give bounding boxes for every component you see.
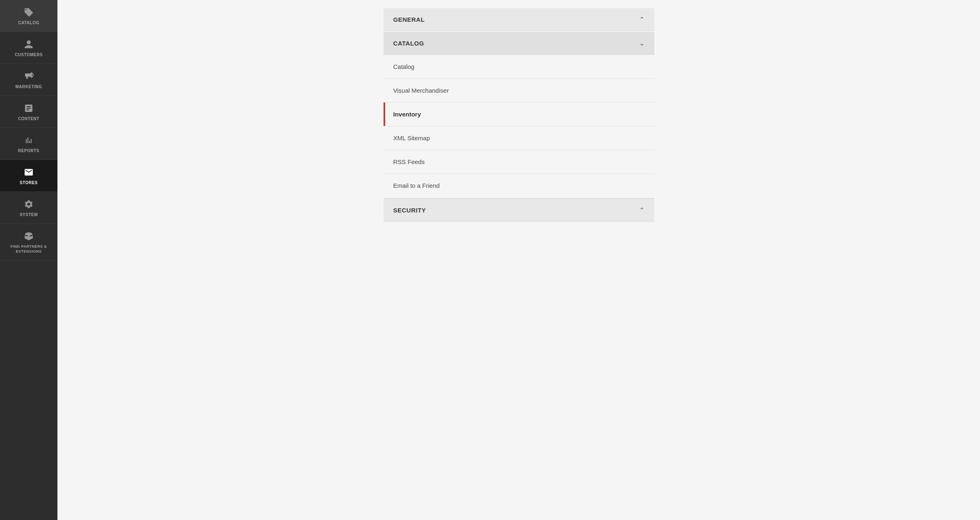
- sidebar-item-marketing[interactable]: MARKETING: [0, 64, 57, 96]
- box-icon: [23, 230, 34, 242]
- security-title: SECURITY: [393, 207, 426, 214]
- tag-icon: [23, 7, 34, 18]
- sidebar: CATALOG CUSTOMERS MARKETING CONTENT: [0, 0, 57, 520]
- megaphone-icon: [23, 71, 34, 82]
- accordion-header-catalog[interactable]: CATALOG ⌄: [384, 32, 654, 55]
- person-icon: [23, 39, 34, 50]
- reports-icon: [23, 135, 34, 146]
- email-to-friend-menu-item[interactable]: Email to a Friend: [384, 174, 654, 197]
- chevron-down-icon: ⌃: [639, 16, 644, 23]
- accordion-header-security[interactable]: SECURITY ⌃: [384, 198, 654, 222]
- accordion-section-general: GENERAL ⌃: [384, 8, 654, 31]
- chevron-down-security-icon: ⌃: [639, 206, 644, 214]
- accordion-container: GENERAL ⌃ CATALOG ⌄ Catalog Visual Merch…: [384, 8, 654, 222]
- sidebar-item-stores[interactable]: STORES: [0, 160, 57, 192]
- sidebar-partners-label: FIND PARTNERS & EXTENSIONS: [4, 244, 53, 254]
- catalog-link-label: Catalog: [393, 63, 415, 70]
- sidebar-content-label: CONTENT: [18, 116, 39, 121]
- accordion-section-catalog: CATALOG ⌄ Catalog Visual Merchandiser In…: [384, 32, 654, 197]
- gear-icon: [23, 198, 34, 210]
- xml-sitemap-menu-item[interactable]: XML Sitemap: [384, 126, 654, 150]
- sidebar-item-reports[interactable]: REPORTS: [0, 128, 57, 160]
- sidebar-system-label: SYSTEM: [20, 212, 38, 217]
- inventory-label: Inventory: [393, 111, 421, 118]
- accordion-section-security: SECURITY ⌃: [384, 198, 654, 222]
- accordion-header-general[interactable]: GENERAL ⌃: [384, 8, 654, 31]
- catalog-title: CATALOG: [393, 40, 424, 47]
- sidebar-catalog-label: CATALOG: [18, 21, 39, 25]
- sidebar-item-system[interactable]: SYSTEM: [0, 192, 57, 224]
- catalog-body: Catalog Visual Merchandiser Inventory XM…: [384, 55, 654, 197]
- sidebar-stores-label: STORES: [20, 180, 38, 185]
- sidebar-item-catalog[interactable]: CATALOG: [0, 0, 57, 32]
- sidebar-marketing-label: MARKETING: [15, 84, 42, 89]
- content-icon: [23, 103, 34, 114]
- sidebar-item-content[interactable]: CONTENT: [0, 96, 57, 128]
- rss-feeds-label: RSS Feeds: [393, 158, 425, 165]
- general-title: GENERAL: [393, 16, 425, 23]
- catalog-menu-item[interactable]: Catalog: [384, 55, 654, 79]
- xml-sitemap-label: XML Sitemap: [393, 135, 430, 141]
- stores-icon: [23, 166, 34, 178]
- chevron-up-icon: ⌄: [639, 39, 644, 47]
- email-to-friend-label: Email to a Friend: [393, 182, 440, 189]
- sidebar-item-customers[interactable]: CUSTOMERS: [0, 32, 57, 64]
- sidebar-customers-label: CUSTOMERS: [15, 52, 43, 57]
- inventory-menu-item[interactable]: Inventory: [384, 103, 654, 126]
- sidebar-reports-label: REPORTS: [18, 148, 39, 153]
- visual-merchandiser-label: Visual Merchandiser: [393, 87, 449, 94]
- rss-feeds-menu-item[interactable]: RSS Feeds: [384, 150, 654, 174]
- visual-merchandiser-menu-item[interactable]: Visual Merchandiser: [384, 79, 654, 103]
- sidebar-item-partners[interactable]: FIND PARTNERS & EXTENSIONS: [0, 224, 57, 261]
- main-content: GENERAL ⌃ CATALOG ⌄ Catalog Visual Merch…: [57, 0, 980, 520]
